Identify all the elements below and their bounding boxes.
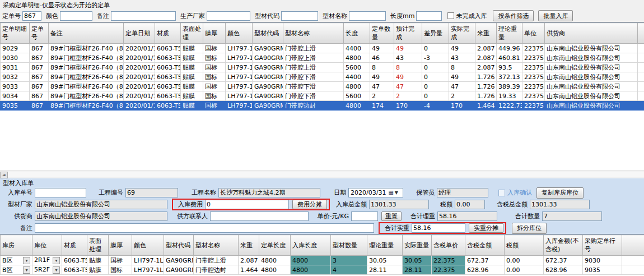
inbound-row-cell[interactable]: 5R2F▾ — [32, 265, 62, 275]
order-row-cell[interactable]: 0 — [422, 44, 449, 53]
order-row-cell[interactable]: 43 — [394, 53, 422, 63]
order-row-cell[interactable]: GA90GRM03 — [253, 44, 283, 53]
inbound-row-cell[interactable]: 3 — [331, 256, 367, 265]
order-row-cell[interactable]: 2020/01/13 — [124, 63, 155, 72]
dropdown-icon[interactable]: ▾ — [23, 266, 30, 274]
inbound-row-cell[interactable]: 4800 — [259, 256, 291, 265]
total-actual-weight-input[interactable] — [412, 223, 465, 233]
inbound-no-input[interactable] — [35, 188, 86, 197]
order-row-cell[interactable]: GA90GRM03 — [253, 63, 283, 72]
total-amount-input[interactable] — [369, 200, 429, 209]
order-row-cell[interactable]: 460.81 — [497, 53, 522, 63]
order-row-cell[interactable]: 9033 — [1, 82, 30, 91]
total-with-tax-input[interactable] — [530, 200, 590, 209]
order-row-cell[interactable]: 山东南山铝业股份有限公司 — [545, 53, 638, 63]
order-row-cell[interactable]: 国标 — [203, 63, 226, 72]
order-row-cell[interactable]: 22375 — [522, 82, 545, 91]
total-theory-weight-input[interactable] — [437, 211, 497, 221]
order-row-cell[interactable]: 867 — [30, 53, 49, 63]
order-row-cell[interactable]: 2020/01/13 — [124, 44, 155, 53]
order-row-cell[interactable]: 贴膜 — [181, 101, 203, 111]
order-row-cell[interactable]: GA90GRM04 — [253, 82, 283, 91]
order-row-cell[interactable]: 0 — [422, 72, 449, 82]
inbound-row-cell[interactable]: GA90GRM03 — [164, 256, 194, 265]
order-row[interactable]: 903586789#门框型材F26-F40（866+867）2020/01/13… — [1, 101, 644, 111]
order-no-input[interactable] — [22, 11, 41, 21]
order-row-cell[interactable]: 6063-T5 — [155, 53, 181, 63]
order-row-cell[interactable]: 867 — [30, 91, 49, 101]
order-row-cell[interactable]: 49 — [394, 72, 422, 82]
order-row-cell[interactable]: 49 — [449, 44, 475, 53]
total-qty-input[interactable] — [542, 211, 602, 221]
inbound-row-cell[interactable]: 4800 — [259, 265, 291, 275]
order-row-cell[interactable]: LH797-1LL0 — [226, 101, 253, 111]
order-row-cell[interactable]: 47 — [449, 82, 475, 91]
inbound-row-cell[interactable]: 9030 — [583, 256, 622, 265]
inbound-row-cell[interactable]: 22.375 — [432, 256, 465, 265]
filter-by-condition-button[interactable]: 按条件筛选 — [493, 10, 534, 21]
order-row-cell[interactable]: 2 — [449, 91, 475, 101]
remark-input[interactable] — [111, 11, 176, 21]
inbound-row-cell[interactable]: 9035 — [583, 265, 622, 275]
order-row-cell[interactable]: 43 — [449, 53, 475, 63]
order-row-cell[interactable]: 93.5 — [497, 63, 522, 72]
order-row-cell[interactable]: GA90GRM03 — [253, 53, 283, 63]
chevron-down-icon[interactable]: ▼ — [395, 190, 398, 195]
order-row-cell[interactable]: 1.726 — [475, 91, 497, 101]
order-row-cell[interactable]: 89#门框型材F26-F40（866+867） — [49, 91, 124, 101]
order-row-cell[interactable]: 49 — [394, 44, 422, 53]
dropdown-icon[interactable]: ▾ — [53, 257, 60, 264]
dropdown-icon[interactable]: ▾ — [53, 266, 60, 274]
order-row-cell[interactable]: 49 — [370, 44, 394, 53]
order-row-cell[interactable]: 国标 — [203, 53, 226, 63]
order-row-cell[interactable]: 山东南山铝业股份有限公司 — [545, 91, 638, 101]
order-row-cell[interactable]: 0 — [422, 63, 449, 72]
order-row-cell[interactable]: 贴膜 — [181, 63, 203, 72]
order-row-cell[interactable]: 门带腔下滑 — [283, 82, 344, 91]
order-row-cell[interactable]: 22375 — [522, 101, 545, 111]
order-row-cell[interactable]: 8 — [394, 63, 422, 72]
inbound-row[interactable]: B区▾5R2F▾6063-T5贴膜国标LH797-1LL0GA90GRM05门带… — [1, 265, 644, 275]
actual-weight-share-button[interactable]: 实重分摊 — [469, 223, 503, 233]
order-row-cell[interactable]: 2 — [370, 91, 394, 101]
order-row[interactable]: 903286789#门框型材F26-F40（866+867）2020/01/13… — [1, 72, 644, 82]
inbound-row-cell[interactable]: 国标 — [109, 265, 132, 275]
length-input[interactable] — [416, 11, 442, 21]
order-row-cell[interactable]: 山东南山铝业股份有限公司 — [545, 63, 638, 72]
order-row-cell[interactable]: 2020/01/13 — [124, 82, 155, 91]
order-row-cell[interactable]: 9035 — [1, 101, 30, 111]
factory-input[interactable] — [35, 200, 167, 209]
order-row-cell[interactable]: 2 — [394, 91, 422, 101]
order-row-cell[interactable]: 贴膜 — [181, 82, 203, 91]
order-row-cell[interactable]: 867 — [30, 44, 49, 53]
color-input[interactable] — [60, 11, 92, 21]
order-row-cell[interactable]: LH797-1LL0 — [226, 82, 253, 91]
order-row-cell[interactable]: 47 — [370, 82, 394, 91]
inbound-row-cell[interactable]: 628.96 — [465, 265, 505, 275]
order-row-cell[interactable]: 山东南山铝业股份有限公司 — [545, 82, 638, 91]
order-row-cell[interactable]: 449.96 — [497, 44, 522, 53]
order-row-cell[interactable]: 6063-T5 — [155, 44, 181, 53]
order-row-cell[interactable]: LH797-1LL0 — [226, 53, 253, 63]
order-row-cell[interactable]: LH797-1LL0 — [226, 91, 253, 101]
order-row-cell[interactable]: 389.39 — [497, 82, 522, 91]
order-row-cell[interactable]: 89#门框型材F26-F40（866+867） — [49, 63, 124, 72]
inbound-row-cell[interactable]: 0.00 — [505, 265, 544, 275]
tax-input[interactable] — [455, 200, 485, 209]
note-input[interactable] — [35, 223, 374, 233]
order-row-cell[interactable]: 174 — [370, 101, 394, 111]
inbound-row-cell[interactable]: LH797-1LL0 — [132, 265, 164, 275]
order-row[interactable]: 903086789#门框型材F26-F40（866+867）2020/01/13… — [1, 53, 644, 63]
order-row-cell[interactable]: 22375 — [522, 53, 545, 63]
inbound-confirm-checkbox[interactable] — [498, 190, 505, 196]
inbound-row-cell[interactable]: 贴膜 — [87, 265, 109, 275]
supplier-contact-input[interactable] — [210, 211, 309, 221]
order-row-cell[interactable]: 89#门框型材F26-F40（866+867） — [49, 82, 124, 91]
order-row-cell[interactable]: 1.726 — [475, 72, 497, 82]
unit-price-input[interactable] — [351, 211, 378, 221]
order-row-cell[interactable]: 6063-T5 — [155, 72, 181, 82]
inbound-row-cell[interactable]: LH797-1LL0 — [132, 256, 164, 265]
unfinished-checkbox[interactable] — [447, 12, 454, 19]
dropdown-icon[interactable]: ▾ — [23, 257, 30, 264]
order-row-cell[interactable]: GA90GRM04 — [253, 91, 283, 101]
